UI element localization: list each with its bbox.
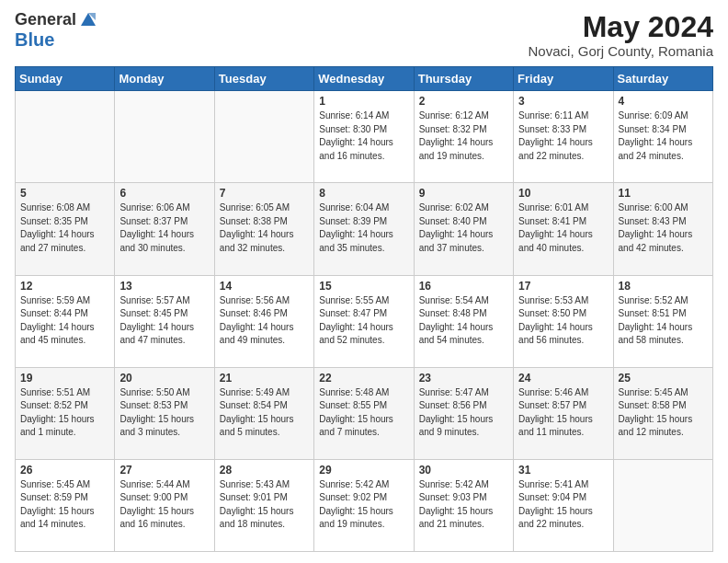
day-info: Sunrise: 5:45 AMSunset: 8:58 PMDaylight:… <box>619 386 708 440</box>
day-number: 5 <box>20 187 109 200</box>
day-number: 8 <box>319 187 408 200</box>
day-number: 12 <box>20 280 109 293</box>
calendar-table: Sunday Monday Tuesday Wednesday Thursday… <box>15 66 713 552</box>
day-number: 1 <box>319 95 408 108</box>
col-monday: Monday <box>115 67 214 91</box>
day-number: 6 <box>119 187 209 200</box>
table-row: 22Sunrise: 5:48 AMSunset: 8:55 PMDayligh… <box>314 367 414 459</box>
col-saturday: Saturday <box>613 67 712 91</box>
calendar-week-row: 19Sunrise: 5:51 AMSunset: 8:52 PMDayligh… <box>16 367 713 459</box>
location: Novaci, Gorj County, Romania <box>529 43 713 59</box>
day-info: Sunrise: 5:42 AMSunset: 9:03 PMDaylight:… <box>419 478 508 532</box>
day-info: Sunrise: 5:55 AMSunset: 8:47 PMDaylight:… <box>319 294 408 348</box>
table-row: 7Sunrise: 6:05 AMSunset: 8:38 PMDaylight… <box>214 183 313 275</box>
day-info: Sunrise: 5:54 AMSunset: 8:48 PMDaylight:… <box>419 294 508 348</box>
day-info: Sunrise: 5:51 AMSunset: 8:52 PMDaylight:… <box>20 386 109 440</box>
day-number: 27 <box>119 464 209 477</box>
header: General Blue May 2024 Novaci, Gorj Count… <box>15 11 713 59</box>
day-info: Sunrise: 6:14 AMSunset: 8:30 PMDaylight:… <box>319 109 408 163</box>
day-info: Sunrise: 6:05 AMSunset: 8:38 PMDaylight:… <box>220 201 309 255</box>
day-info: Sunrise: 6:01 AMSunset: 8:41 PMDaylight:… <box>518 201 608 255</box>
day-info: Sunrise: 5:41 AMSunset: 9:04 PMDaylight:… <box>518 478 608 532</box>
logo-icon <box>78 9 98 29</box>
day-info: Sunrise: 5:44 AMSunset: 9:00 PMDaylight:… <box>119 478 209 532</box>
day-number: 30 <box>419 464 508 477</box>
day-info: Sunrise: 5:50 AMSunset: 8:53 PMDaylight:… <box>119 386 209 440</box>
day-number: 9 <box>419 187 508 200</box>
col-tuesday: Tuesday <box>214 67 313 91</box>
table-row: 5Sunrise: 6:08 AMSunset: 8:35 PMDaylight… <box>16 183 115 275</box>
table-row: 14Sunrise: 5:56 AMSunset: 8:46 PMDayligh… <box>214 275 313 367</box>
table-row: 10Sunrise: 6:01 AMSunset: 8:41 PMDayligh… <box>514 183 613 275</box>
day-info: Sunrise: 5:43 AMSunset: 9:01 PMDaylight:… <box>220 478 309 532</box>
day-info: Sunrise: 5:53 AMSunset: 8:50 PMDaylight:… <box>518 294 608 348</box>
calendar-week-row: 12Sunrise: 5:59 AMSunset: 8:44 PMDayligh… <box>16 275 713 367</box>
day-info: Sunrise: 6:04 AMSunset: 8:39 PMDaylight:… <box>319 201 408 255</box>
table-row: 24Sunrise: 5:46 AMSunset: 8:57 PMDayligh… <box>514 367 613 459</box>
day-info: Sunrise: 6:02 AMSunset: 8:40 PMDaylight:… <box>419 201 508 255</box>
table-row: 21Sunrise: 5:49 AMSunset: 8:54 PMDayligh… <box>214 367 313 459</box>
day-number: 28 <box>220 464 309 477</box>
table-row: 11Sunrise: 6:00 AMSunset: 8:43 PMDayligh… <box>613 183 712 275</box>
day-number: 7 <box>220 187 309 200</box>
month-year: May 2024 <box>529 11 713 43</box>
day-number: 18 <box>619 280 708 293</box>
col-sunday: Sunday <box>16 67 115 91</box>
day-info: Sunrise: 6:12 AMSunset: 8:32 PMDaylight:… <box>419 109 508 163</box>
day-info: Sunrise: 5:47 AMSunset: 8:56 PMDaylight:… <box>419 386 508 440</box>
table-row <box>16 91 115 183</box>
calendar-week-row: 26Sunrise: 5:45 AMSunset: 8:59 PMDayligh… <box>16 459 713 551</box>
day-info: Sunrise: 6:06 AMSunset: 8:37 PMDaylight:… <box>119 201 209 255</box>
table-row: 17Sunrise: 5:53 AMSunset: 8:50 PMDayligh… <box>514 275 613 367</box>
day-number: 3 <box>518 95 608 108</box>
day-number: 17 <box>518 280 608 293</box>
day-number: 25 <box>619 372 708 385</box>
logo-general-text: General <box>15 11 76 29</box>
day-info: Sunrise: 5:48 AMSunset: 8:55 PMDaylight:… <box>319 386 408 440</box>
day-info: Sunrise: 5:57 AMSunset: 8:45 PMDaylight:… <box>119 294 209 348</box>
table-row: 25Sunrise: 5:45 AMSunset: 8:58 PMDayligh… <box>613 367 712 459</box>
day-number: 2 <box>419 95 508 108</box>
table-row <box>115 91 214 183</box>
table-row: 27Sunrise: 5:44 AMSunset: 9:00 PMDayligh… <box>115 459 214 551</box>
table-row: 6Sunrise: 6:06 AMSunset: 8:37 PMDaylight… <box>115 183 214 275</box>
table-row: 1Sunrise: 6:14 AMSunset: 8:30 PMDaylight… <box>314 91 414 183</box>
calendar-week-row: 1Sunrise: 6:14 AMSunset: 8:30 PMDaylight… <box>16 91 713 183</box>
day-number: 16 <box>419 280 508 293</box>
day-info: Sunrise: 6:08 AMSunset: 8:35 PMDaylight:… <box>20 201 109 255</box>
day-number: 24 <box>518 372 608 385</box>
day-number: 20 <box>119 372 209 385</box>
table-row: 16Sunrise: 5:54 AMSunset: 8:48 PMDayligh… <box>414 275 513 367</box>
table-row <box>613 459 712 551</box>
day-info: Sunrise: 5:45 AMSunset: 8:59 PMDaylight:… <box>20 478 109 532</box>
table-row: 18Sunrise: 5:52 AMSunset: 8:51 PMDayligh… <box>613 275 712 367</box>
table-row: 26Sunrise: 5:45 AMSunset: 8:59 PMDayligh… <box>16 459 115 551</box>
col-friday: Friday <box>514 67 613 91</box>
table-row: 30Sunrise: 5:42 AMSunset: 9:03 PMDayligh… <box>414 459 513 551</box>
table-row: 13Sunrise: 5:57 AMSunset: 8:45 PMDayligh… <box>115 275 214 367</box>
day-info: Sunrise: 5:52 AMSunset: 8:51 PMDaylight:… <box>619 294 708 348</box>
table-row: 15Sunrise: 5:55 AMSunset: 8:47 PMDayligh… <box>314 275 414 367</box>
title-section: May 2024 Novaci, Gorj County, Romania <box>529 11 713 59</box>
page: General Blue May 2024 Novaci, Gorj Count… <box>0 0 728 563</box>
logo-blue-text: Blue <box>15 29 54 50</box>
day-info: Sunrise: 6:11 AMSunset: 8:33 PMDaylight:… <box>518 109 608 163</box>
day-number: 29 <box>319 464 408 477</box>
table-row: 8Sunrise: 6:04 AMSunset: 8:39 PMDaylight… <box>314 183 414 275</box>
day-info: Sunrise: 5:56 AMSunset: 8:46 PMDaylight:… <box>220 294 309 348</box>
day-info: Sunrise: 6:00 AMSunset: 8:43 PMDaylight:… <box>619 201 708 255</box>
day-number: 10 <box>518 187 608 200</box>
day-number: 14 <box>220 280 309 293</box>
table-row: 28Sunrise: 5:43 AMSunset: 9:01 PMDayligh… <box>214 459 313 551</box>
day-number: 26 <box>20 464 109 477</box>
table-row: 9Sunrise: 6:02 AMSunset: 8:40 PMDaylight… <box>414 183 513 275</box>
calendar-header-row: Sunday Monday Tuesday Wednesday Thursday… <box>16 67 713 91</box>
day-info: Sunrise: 6:09 AMSunset: 8:34 PMDaylight:… <box>619 109 708 163</box>
table-row: 2Sunrise: 6:12 AMSunset: 8:32 PMDaylight… <box>414 91 513 183</box>
day-info: Sunrise: 5:49 AMSunset: 8:54 PMDaylight:… <box>220 386 309 440</box>
table-row: 23Sunrise: 5:47 AMSunset: 8:56 PMDayligh… <box>414 367 513 459</box>
calendar-week-row: 5Sunrise: 6:08 AMSunset: 8:35 PMDaylight… <box>16 183 713 275</box>
table-row: 12Sunrise: 5:59 AMSunset: 8:44 PMDayligh… <box>16 275 115 367</box>
table-row <box>214 91 313 183</box>
table-row: 29Sunrise: 5:42 AMSunset: 9:02 PMDayligh… <box>314 459 414 551</box>
